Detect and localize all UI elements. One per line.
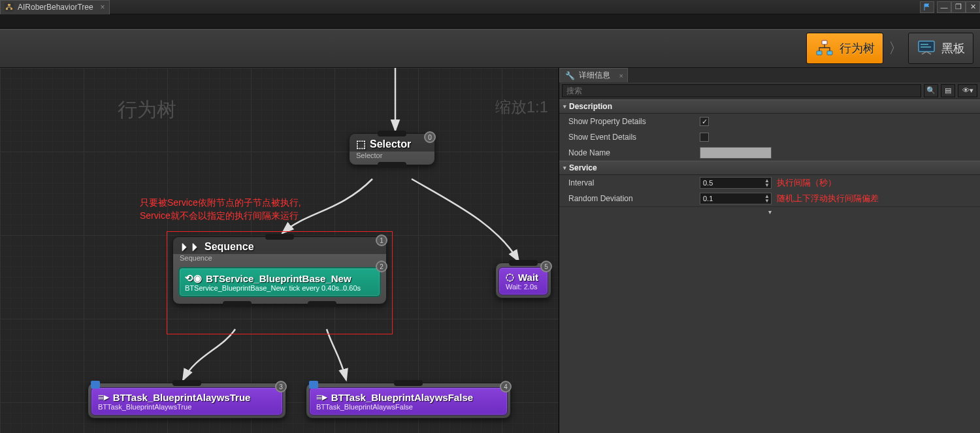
input-node-name[interactable] <box>700 147 772 159</box>
mode-bar: 行为树 〉 黑板 <box>0 29 980 68</box>
service-detail: BTService_BlueprintBase_New: tick every … <box>185 284 374 292</box>
task-icon: ≡▸ <box>316 391 327 403</box>
details-tab-bar: 🔧 详细信息 × <box>559 68 980 82</box>
pin-in[interactable] <box>394 380 423 386</box>
collapse-icon: ▾ <box>563 165 566 171</box>
details-search-row: 🔍 ▤ 👁▾ <box>559 82 980 99</box>
maximize-button[interactable]: ❐ <box>951 1 966 13</box>
pin-out-2[interactable] <box>308 301 336 307</box>
search-icon[interactable]: 🔍 <box>924 84 938 97</box>
input-interval[interactable]: 0.5▲▼ <box>700 177 772 189</box>
details-tab-title: 详细信息 <box>579 70 610 81</box>
graph-title-watermark: 行为树 <box>118 97 176 123</box>
label-deviation: Random Deviation <box>559 194 700 203</box>
svg-rect-6 <box>919 41 934 52</box>
flag-icon[interactable] <box>920 1 934 13</box>
selector-icon: ⬚ <box>356 138 366 150</box>
annotation-interval: 执行间隔（秒） <box>777 177 836 189</box>
node-sequence-subtitle: Sequence <box>173 254 386 267</box>
section-service-header[interactable]: ▾Service <box>559 161 980 175</box>
mode-behavior-tree[interactable]: 行为树 <box>806 33 883 64</box>
svg-rect-0 <box>8 4 10 6</box>
section-description: ▾Description Show Property Details ✓ Sho… <box>559 99 980 161</box>
task-icon: ≡▸ <box>98 391 109 403</box>
input-deviation[interactable]: 0.1▲▼ <box>700 193 772 204</box>
node-selector-title: Selector <box>370 138 411 150</box>
label-node-name: Node Name <box>559 148 700 157</box>
node-task-false-title: BTTask_BlueprintAlaywsFalse <box>331 392 473 403</box>
exec-index: 5 <box>540 261 552 272</box>
details-panel: 🔧 详细信息 × 🔍 ▤ 👁▾ ▾Description Show Proper… <box>559 68 980 433</box>
asset-tab[interactable]: AIRoberBehaviorTree × <box>0 0 110 14</box>
close-tab-icon[interactable]: × <box>101 3 105 12</box>
minimize-button[interactable]: — <box>937 1 951 13</box>
node-task-false-detail: BTTask_BlueprintAlaywsFalse <box>316 403 500 411</box>
node-sequence-title: Sequence <box>204 241 254 253</box>
node-task-true-detail: BTTask_BlueprintAlaywsTrue <box>98 403 276 411</box>
exec-index-1: 1 <box>376 234 387 246</box>
tree-mode-icon <box>815 39 834 58</box>
mode-behavior-tree-label: 行为树 <box>840 40 875 56</box>
exec-index: 3 <box>275 381 287 393</box>
section-description-header[interactable]: ▾Description <box>559 99 980 114</box>
sequence-icon: ⏵⏵ <box>180 241 201 253</box>
pin-out-1[interactable] <box>223 301 252 307</box>
blueprint-badge <box>309 381 318 389</box>
details-search-input[interactable] <box>562 84 921 97</box>
details-wrench-icon: 🔧 <box>565 71 575 80</box>
pin-in[interactable] <box>378 131 406 136</box>
service-eye-icon: ⟲◉ <box>185 272 202 284</box>
checkbox-show-property[interactable]: ✓ <box>700 117 709 126</box>
exec-index: 0 <box>424 131 436 143</box>
node-sequence[interactable]: 1 2 ⏵⏵Sequence Sequence ⟲◉BTService_Blue… <box>172 236 387 304</box>
close-details-icon[interactable]: × <box>619 72 623 80</box>
annotation-deviation: 随机上下浮动执行间隔偏差 <box>777 193 879 204</box>
view-grid-icon[interactable]: ▤ <box>941 84 955 97</box>
node-wait-title: Wait <box>518 272 538 283</box>
close-button[interactable]: ✕ <box>966 1 980 13</box>
section-service: ▾Service Interval 0.5▲▼ 执行间隔（秒） Random D… <box>559 161 980 217</box>
node-wait[interactable]: 5 ◌Wait Wait: 2.0s <box>495 263 551 298</box>
chevron-right-icon: 〉 <box>885 39 907 58</box>
graph-canvas[interactable]: 行为树 缩放1:1 0 ⬚Selector Selector 只要被Servic… <box>0 68 559 433</box>
section-expander[interactable]: ▾ <box>559 206 980 217</box>
label-show-property: Show Property Details <box>559 117 700 126</box>
eye-filter-icon[interactable]: 👁▾ <box>958 84 977 97</box>
window-controls: — ❐ ✕ <box>920 1 980 13</box>
node-task-false[interactable]: 4 ≡▸BTTask_BlueprintAlaywsFalse BTTask_B… <box>306 383 511 419</box>
node-wait-detail: Wait: 2.0s <box>506 283 541 291</box>
mode-blackboard-label: 黑板 <box>941 40 965 56</box>
node-task-true-title: BTTask_BlueprintAlaywsTrue <box>113 392 251 403</box>
checkbox-show-event[interactable] <box>700 133 709 142</box>
svg-rect-2 <box>10 8 12 10</box>
mode-blackboard[interactable]: 黑板 <box>908 33 973 64</box>
pin-out[interactable] <box>378 162 406 168</box>
pin-in[interactable] <box>265 234 294 240</box>
pin-in[interactable] <box>172 380 201 386</box>
exec-index: 4 <box>500 381 512 393</box>
pin-in[interactable] <box>509 260 538 266</box>
wait-icon: ◌ <box>506 271 514 283</box>
exec-index-2: 2 <box>376 261 387 272</box>
title-bar: AIRoberBehaviorTree × — ❐ ✕ <box>0 0 980 14</box>
service-decorator[interactable]: ⟲◉BTService_BlueprintBase_New BTService_… <box>178 267 381 297</box>
label-show-event: Show Event Details <box>559 133 700 142</box>
svg-rect-3 <box>822 40 827 44</box>
node-task-true[interactable]: 3 ≡▸BTTask_BlueprintAlaywsTrue BTTask_Bl… <box>88 383 286 419</box>
label-interval: Interval <box>559 178 700 187</box>
asset-tab-title: AIRoberBehaviorTree <box>18 3 93 12</box>
service-title: BTService_BlueprintBase_New <box>206 273 351 284</box>
svg-rect-5 <box>827 51 832 55</box>
blueprint-badge <box>91 381 100 389</box>
annotation-text: 只要被Service依附节点的子节点被执行, Service就不会以指定的执行间… <box>140 196 301 222</box>
zoom-level: 缩放1:1 <box>495 97 548 118</box>
svg-rect-1 <box>6 8 8 10</box>
details-tab[interactable]: 🔧 详细信息 × <box>559 68 628 82</box>
blackboard-mode-icon <box>917 39 936 58</box>
collapse-icon: ▾ <box>563 103 566 110</box>
svg-rect-4 <box>817 51 822 55</box>
behavior-tree-icon <box>5 3 14 12</box>
node-selector[interactable]: 0 ⬚Selector Selector <box>349 133 435 165</box>
menubar-placeholder <box>0 14 980 29</box>
